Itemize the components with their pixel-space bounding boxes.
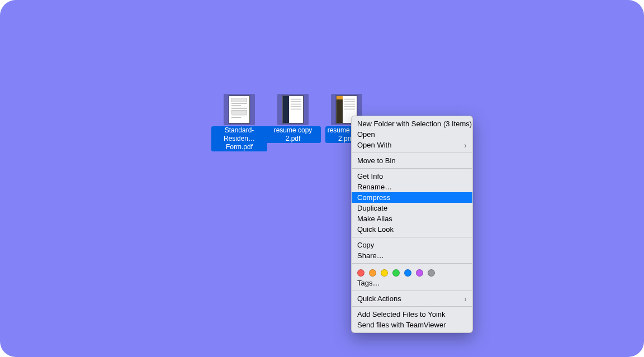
desktop-background[interactable]: Standard- Residen…Form.pdf resume copy 2… (0, 0, 644, 357)
menu-copy[interactable]: Copy (352, 240, 472, 250)
menu-new-folder-with-selection[interactable]: New Folder with Selection (3 Items) (352, 118, 472, 129)
menu-quick-look[interactable]: Quick Look (352, 224, 472, 235)
tag-color-gray[interactable] (428, 269, 435, 277)
menu-label: Share… (357, 251, 384, 260)
menu-label: Add Selected Files to Yoink (357, 310, 446, 318)
menu-label: Send files with TeamViewer (357, 321, 446, 329)
menu-label: Tags… (357, 279, 380, 287)
context-menu: New Folder with Selection (3 Items) Open… (351, 116, 473, 333)
file-item[interactable]: resume copy 2.pdf (265, 94, 321, 143)
menu-move-to-bin[interactable]: Move to Bin (352, 155, 472, 166)
menu-label: Get Info (357, 172, 383, 180)
menu-label: Quick Actions (357, 294, 401, 303)
menu-label: Open With (357, 141, 391, 149)
chevron-right-icon: › (465, 141, 466, 149)
menu-open-with[interactable]: Open With› (352, 140, 472, 150)
menu-add-to-yoink[interactable]: Add Selected Files to Yoink (352, 309, 472, 320)
menu-quick-actions[interactable]: Quick Actions› (352, 293, 472, 304)
tag-color-yellow[interactable] (381, 269, 388, 277)
tag-color-orange[interactable] (369, 269, 376, 277)
menu-label: Move to Bin (357, 156, 396, 165)
file-thumbnail (224, 94, 255, 125)
file-label: Standard- Residen…Form.pdf (211, 126, 267, 151)
menu-label: Duplicate (357, 204, 387, 212)
tag-color-red[interactable] (357, 269, 364, 277)
menu-label: Quick Look (357, 225, 394, 234)
menu-tags[interactable]: Tags… (352, 278, 472, 288)
menu-label: Copy (357, 241, 374, 249)
menu-duplicate[interactable]: Duplicate (352, 203, 472, 213)
tag-color-purple[interactable] (416, 269, 423, 277)
file-thumbnail (277, 94, 309, 125)
file-label: resume copy 2.pdf (265, 126, 321, 143)
menu-separator (352, 237, 472, 237)
menu-label: Compress (357, 193, 390, 202)
menu-make-alias[interactable]: Make Alias (352, 213, 472, 224)
menu-separator (352, 306, 472, 307)
menu-rename[interactable]: Rename… (352, 182, 472, 192)
menu-separator (352, 291, 472, 291)
menu-compress[interactable]: Compress (352, 192, 472, 203)
menu-open[interactable]: Open (352, 129, 472, 140)
menu-separator (352, 153, 472, 153)
menu-label: Rename… (357, 183, 392, 191)
tag-color-blue[interactable] (404, 269, 411, 277)
menu-get-info[interactable]: Get Info (352, 171, 472, 182)
menu-label: Open (357, 130, 375, 139)
menu-separator (352, 168, 472, 169)
menu-send-with-teamviewer[interactable]: Send files with TeamViewer (352, 320, 472, 330)
menu-label: Make Alias (357, 215, 392, 223)
menu-separator (352, 263, 472, 264)
document-icon (282, 96, 304, 123)
chevron-right-icon: › (465, 295, 466, 303)
menu-share[interactable]: Share… (352, 250, 472, 261)
menu-tag-color-row (352, 266, 472, 278)
file-item[interactable]: Standard- Residen…Form.pdf (211, 94, 267, 151)
tag-color-green[interactable] (392, 269, 400, 277)
menu-label: New Folder with Selection (3 Items) (357, 120, 472, 128)
document-icon (229, 96, 250, 123)
